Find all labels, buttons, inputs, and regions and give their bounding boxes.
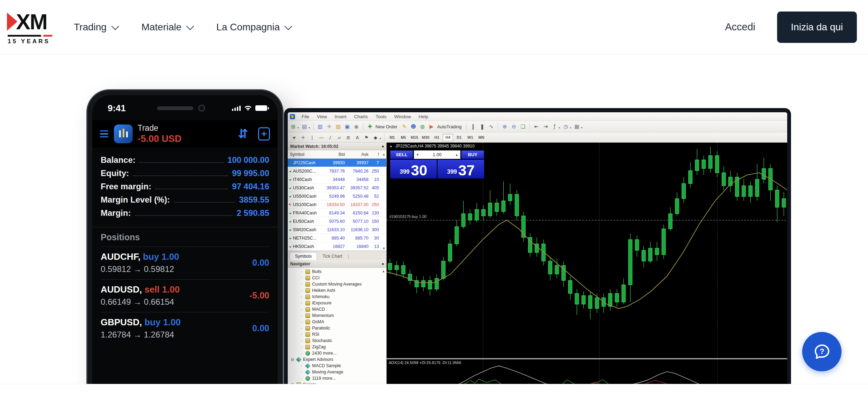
timeframe-mn[interactable]: MN [476, 134, 487, 141]
navigator-item[interactable]: ·Custom Moving Averages [288, 281, 386, 287]
navigator-item[interactable]: ⊞Scripts [288, 381, 386, 384]
volume-stepper[interactable]: ▼ 1.00 ▲ [414, 150, 460, 159]
position-row[interactable]: AUDCHF, buy 1.000.59812 → 0.598120.00 [101, 247, 269, 279]
market-watch-row[interactable]: IT40Cash344483445810 [288, 175, 386, 184]
new-order-icon[interactable]: ✚ [366, 122, 374, 131]
nav-item-la-compagnia[interactable]: La Compagnia [216, 22, 290, 33]
periods-icon[interactable]: ◷ [561, 122, 570, 131]
col-symbol[interactable]: Symbol [288, 152, 324, 157]
new-chart-icon[interactable]: ⊞ [289, 122, 297, 131]
candles-icon[interactable]: ❚ [478, 122, 486, 131]
menu-icon[interactable] [100, 130, 108, 138]
indicators-icon[interactable]: ƒ [550, 122, 559, 131]
scroll-up-icon[interactable]: ▲ [382, 269, 385, 273]
market-watch-row[interactable]: JP225Cash39930399377 [288, 159, 386, 167]
scroll-up-icon[interactable]: ▲ [381, 152, 387, 156]
navigator-item[interactable]: ⊟Expert Advisors [288, 356, 386, 363]
scroll-down-icon[interactable]: ▼ [382, 247, 386, 250]
navigator-item[interactable]: ·Bulls [288, 268, 386, 275]
arrange-h-icon[interactable]: ⇤ [532, 122, 541, 131]
market-watch-row[interactable]: AUS200C...7837.767840.26250 [288, 167, 386, 175]
hline-tool-icon[interactable]: ― [317, 134, 325, 141]
navigator-item[interactable]: ·Momentum [288, 312, 386, 319]
nav-item-trading[interactable]: Trading [74, 22, 117, 33]
trendline-tool-icon[interactable]: ∕ [326, 134, 334, 141]
navigator-item[interactable]: ·Moving Average [288, 369, 386, 375]
market-watch-icon[interactable]: ▥ [316, 122, 324, 131]
col-spread[interactable]: ! [371, 152, 381, 157]
volume-increment-icon[interactable]: ▲ [453, 153, 460, 157]
templates-icon[interactable]: ▦ [573, 122, 581, 131]
navigator-item[interactable]: ·ZigZag [288, 344, 386, 350]
terminal-icon[interactable]: ▣ [343, 122, 351, 131]
market-watch-row[interactable]: US500Cash5249.965250.4852 [288, 192, 386, 200]
timeframe-m15[interactable]: M15 [409, 134, 420, 141]
menu-window[interactable]: Window [390, 114, 415, 119]
navigator-item[interactable]: ·MACD Sample [288, 363, 386, 369]
timeframe-h4[interactable]: H4 [443, 134, 453, 141]
buy-button[interactable]: BUY [461, 150, 484, 159]
volume-decrement-icon[interactable]: ▼ [414, 153, 421, 157]
menu-help[interactable]: Help [415, 114, 432, 119]
position-row[interactable]: AUDUSD, sell 1.000.66149 → 0.66154-5.00 [101, 279, 269, 312]
dropdown-caret-icon[interactable]: ▾ [559, 126, 560, 129]
col-bid[interactable]: Bid [324, 152, 347, 157]
zoom-out-icon[interactable]: ⊖ [510, 122, 518, 131]
navigator-item[interactable]: ·MACD [288, 306, 386, 312]
close-icon[interactable]: ■ [382, 145, 384, 148]
menu-insert[interactable]: Insert [331, 114, 350, 119]
text-tool-icon[interactable]: A [353, 134, 362, 141]
support-chat-button[interactable]: ? [802, 332, 842, 371]
nav-item-materiale[interactable]: Materiale [141, 22, 192, 33]
xm-logo[interactable]: XM 15 YEARS [7, 9, 52, 45]
line-chart-icon[interactable]: ∿ [487, 122, 495, 131]
dropdown-caret-icon[interactable]: ▾ [380, 137, 381, 140]
market-watch-row[interactable]: NETH25C...885.40885.7030 [288, 234, 386, 242]
login-link[interactable]: Accedi [725, 21, 755, 33]
sell-price-tile[interactable]: 399 30 [390, 160, 437, 179]
refresh-icon[interactable]: ◍ [418, 122, 427, 131]
sell-button[interactable]: SELL [390, 150, 413, 159]
timeframe-w1[interactable]: W1 [465, 134, 475, 141]
buy-price-tile[interactable]: 399 37 [437, 160, 484, 179]
fibonacci-tool-icon[interactable]: ≣ [344, 134, 352, 141]
dropdown-caret-icon[interactable]: ▾ [570, 126, 571, 129]
arrange-v-icon[interactable]: ⇥ [541, 122, 550, 131]
vline-tool-icon[interactable]: ∣ [308, 134, 316, 141]
close-icon[interactable]: ■ [382, 262, 384, 266]
navigator-item[interactable]: ·Parabolic [288, 325, 386, 331]
shapes-tool-icon[interactable]: ◆ [371, 134, 380, 141]
col-ask[interactable]: Ask [347, 152, 371, 157]
label-tool-icon[interactable]: ⚑ [362, 134, 371, 141]
community-icon[interactable]: ☻ [409, 122, 418, 131]
tile-windows-icon[interactable]: ❏ [519, 122, 527, 131]
cursor-tool-icon[interactable]: ➤ [288, 132, 300, 143]
profiles-icon[interactable]: ▤ [300, 122, 309, 131]
market-watch-row[interactable]: US100Cash18334.5018337.00250 [288, 200, 386, 209]
tester-icon[interactable]: ◉ [352, 122, 361, 131]
cta-button[interactable]: Inizia da qui [777, 12, 857, 43]
tab-tick-chart[interactable]: Tick Chart [318, 252, 347, 260]
menu-charts[interactable]: Charts [350, 114, 372, 119]
zoom-in-icon[interactable]: ⊕ [501, 122, 509, 131]
market-watch-row[interactable]: US30Cash39353.4739357.52405 [288, 184, 386, 192]
timeframe-m30[interactable]: M30 [420, 134, 431, 141]
autotrading-icon[interactable]: ▶ [427, 122, 436, 131]
new-order-label[interactable]: New Order [375, 124, 397, 129]
menu-view[interactable]: View [313, 114, 331, 119]
autotrading-label[interactable]: AutoTrading [437, 124, 462, 129]
navigator-item[interactable]: ·Heiken Ashi [288, 287, 386, 294]
metaeditor-icon[interactable]: ✎ [400, 122, 409, 131]
tree-expander-icon[interactable]: ⊟ [290, 357, 294, 362]
market-watch-row[interactable]: EU50Cash5075.605077.10150 [288, 217, 386, 226]
menu-file[interactable]: File [298, 114, 313, 119]
navigator-item[interactable]: ·Ichimoku [288, 294, 386, 300]
navigator-item[interactable]: ·1119 more... [288, 375, 386, 381]
dropdown-caret-icon[interactable]: ▾ [581, 126, 582, 129]
dropdown-caret-icon[interactable]: ▾ [297, 126, 299, 129]
channel-tool-icon[interactable]: ▱ [335, 134, 343, 141]
bars-icon[interactable]: ‖ [469, 122, 477, 131]
crosshair-move-icon[interactable]: ✛ [325, 122, 333, 131]
menu-tools[interactable]: Tools [372, 114, 390, 119]
dropdown-caret-icon[interactable]: ▾ [309, 126, 310, 129]
